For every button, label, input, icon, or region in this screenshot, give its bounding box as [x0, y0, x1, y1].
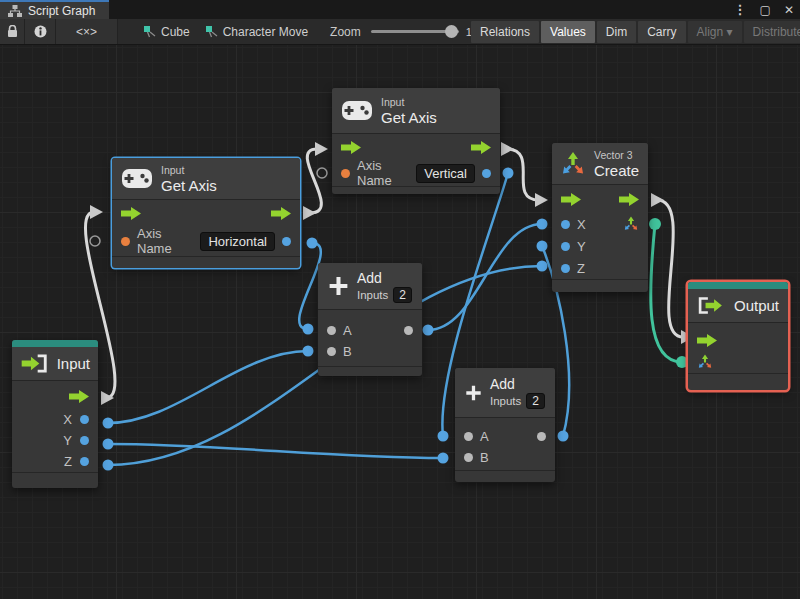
add-b-port[interactable] [327, 347, 336, 356]
vector3-z-port[interactable] [561, 264, 570, 273]
dim-button[interactable]: Dim [597, 21, 636, 43]
add-a-port[interactable] [464, 432, 473, 441]
node-title: Output [734, 297, 779, 314]
tab-script-graph[interactable]: Script Graph [0, 0, 109, 19]
add-b-label: B [343, 344, 352, 359]
vector3-y-label: Y [577, 239, 586, 254]
axis-name-port[interactable] [121, 237, 130, 246]
plus-icon [328, 274, 349, 298]
vector3-y-port[interactable] [561, 242, 570, 251]
gamepad-icon [122, 169, 152, 188]
wire-add1-sum-to-vector3-x[interactable] [428, 224, 542, 330]
flow-out-arrow-icon[interactable] [471, 141, 491, 154]
vector3-icon [560, 151, 586, 177]
node-header: Input Get Axis [332, 88, 500, 134]
node-subtitle: Vector 3 [594, 149, 639, 162]
relations-button[interactable]: Relations [471, 21, 539, 43]
flow-in-arrow-icon[interactable] [121, 207, 141, 220]
node-add-1[interactable]: Add Inputs 2 A B [318, 263, 422, 376]
flow-in-arrow-icon[interactable] [697, 334, 717, 347]
node-title: Get Axis [381, 109, 437, 126]
code-view-button[interactable]: <×> [56, 19, 118, 45]
gamepad-icon [342, 101, 372, 120]
node-footer [12, 472, 98, 488]
maximize-icon[interactable]: ▢ [760, 4, 771, 16]
input-z-label: Z [64, 454, 72, 469]
align-dropdown[interactable]: Align ▾ [688, 21, 742, 43]
axis-name-label: Axis Name [137, 226, 193, 256]
node-vector3-create[interactable]: Vector 3 Create X Y [552, 143, 648, 292]
flow-in-arrow-icon[interactable] [341, 141, 361, 154]
plus-icon [465, 381, 482, 405]
wire-flow-getaxis-horizontal-to-vertical[interactable] [307, 149, 321, 213]
wire-flow-vector3-to-output[interactable] [657, 200, 683, 337]
carry-button[interactable]: Carry [638, 21, 685, 43]
node-footer [552, 279, 648, 292]
zoom-slider[interactable] [371, 30, 459, 33]
vector3-out-port-icon[interactable] [623, 216, 639, 232]
add-b-port[interactable] [464, 453, 473, 462]
node-header: Vector 3 Create [552, 143, 648, 185]
values-label: Values [550, 25, 586, 39]
flow-out-arrow-icon[interactable] [271, 207, 291, 220]
input-y-port[interactable] [80, 436, 89, 445]
window-controls: ⋮ ▢ ✕ [734, 0, 794, 19]
node-header: Input [12, 347, 98, 381]
lock-icon [7, 25, 18, 38]
lock-button[interactable] [0, 19, 25, 45]
node-subtitle: Input [161, 164, 217, 177]
wire-input-x-to-add1-b[interactable] [108, 351, 308, 423]
port-vertical-axisname-external[interactable] [317, 168, 327, 178]
input-event-icon [20, 353, 49, 374]
node-header: Output [688, 289, 788, 323]
breadcrumb-character-move[interactable]: Character Move [206, 25, 308, 39]
axis-name-field[interactable]: Horizontal [200, 232, 275, 251]
info-button[interactable] [25, 19, 56, 45]
flow-out-arrow-icon[interactable] [69, 390, 89, 403]
distribute-label: Distribute [753, 25, 800, 39]
input-x-port[interactable] [80, 415, 89, 424]
port-horizontal-axisname-external[interactable] [90, 236, 100, 246]
inputs-label: Inputs [490, 395, 521, 407]
vector3-x-port[interactable] [561, 220, 570, 229]
code-view-icon: <×> [76, 25, 97, 39]
axis-name-field[interactable]: Vertical [416, 164, 475, 183]
dim-label: Dim [606, 25, 627, 39]
menu-icon[interactable]: ⋮ [734, 3, 747, 16]
node-input-event[interactable]: Input X Y Z [12, 340, 98, 488]
axis-name-port[interactable] [341, 169, 350, 178]
wire-input-y-to-add2-b[interactable] [108, 444, 443, 458]
add-sum-port[interactable] [404, 326, 413, 335]
node-add-2[interactable]: Add Inputs 2 A B [455, 368, 555, 482]
value-out-port[interactable] [482, 169, 491, 178]
zoom-slider-thumb[interactable] [445, 25, 458, 38]
distribute-dropdown[interactable]: Distribute ▾ [744, 21, 800, 43]
breadcrumb-cube[interactable]: Cube [144, 25, 190, 39]
node-footer [455, 470, 555, 482]
inputs-count-field[interactable]: 2 [393, 287, 412, 303]
output-event-icon [697, 295, 725, 316]
close-icon[interactable]: ✕ [784, 4, 794, 16]
graph-toolbar: <×> Cube Character Move Zoom 1x Relation… [0, 19, 800, 45]
values-button[interactable]: Values [541, 21, 595, 43]
wire-vector3-to-output-value[interactable] [651, 224, 682, 362]
node-output-event[interactable]: Output [688, 282, 788, 390]
graph-node-icon [206, 26, 218, 38]
input-z-port[interactable] [80, 457, 89, 466]
tab-label: Script Graph [28, 4, 95, 18]
add-a-port[interactable] [327, 326, 336, 335]
event-strip [12, 340, 98, 347]
node-get-axis-horizontal[interactable]: Input Get Axis Axis Name Horizontal [112, 158, 300, 268]
flow-in-arrow-icon[interactable] [561, 193, 581, 206]
graph-icon [8, 5, 22, 17]
graph-canvas[interactable]: Input Get Axis Axis Name Vertical [0, 45, 800, 599]
vector3-x-label: X [577, 217, 586, 232]
value-out-port[interactable] [282, 237, 291, 246]
node-get-axis-vertical[interactable]: Input Get Axis Axis Name Vertical [332, 88, 500, 194]
add-sum-port[interactable] [537, 432, 546, 441]
inputs-count-field[interactable]: 2 [526, 393, 545, 409]
node-header: Add Inputs 2 [455, 368, 555, 418]
flow-out-arrow-icon[interactable] [619, 193, 639, 206]
vector3-in-port-icon[interactable] [697, 354, 713, 370]
node-header: Add Inputs 2 [318, 263, 422, 310]
